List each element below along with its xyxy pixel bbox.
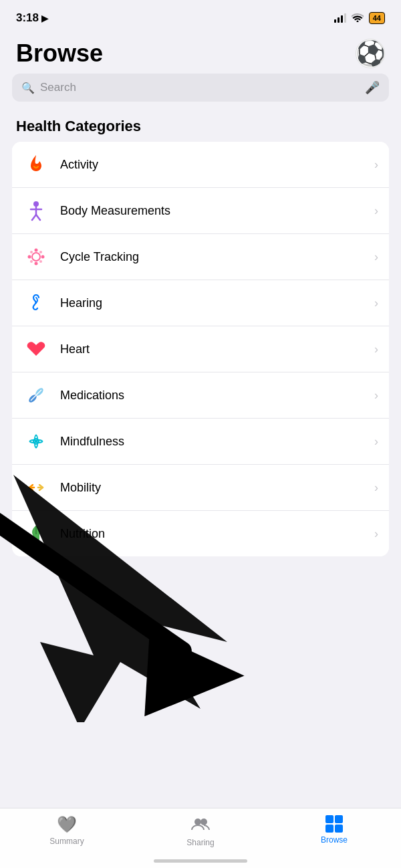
svg-marker-23 [124,611,248,716]
svg-point-13 [39,260,42,263]
svg-point-7 [35,262,38,265]
home-indicator [154,859,247,863]
tab-summary[interactable]: 🩶 Summary [40,815,94,846]
status-time: 3:18 ▶ [16,11,48,25]
chevron-icon: › [374,435,378,449]
svg-point-20 [38,540,39,541]
sharing-tab-icon [191,815,210,835]
chevron-icon: › [374,527,378,541]
nutrition-icon [23,520,49,547]
chevron-icon: › [374,389,378,403]
svg-point-19 [35,540,37,541]
svg-point-9 [41,255,45,259]
nutrition-label: Nutrition [60,527,374,541]
svg-point-25 [200,819,207,825]
location-icon: ▶ [41,13,48,23]
browse-tab-icon [325,815,343,833]
signal-icon [334,13,346,23]
summary-tab-label: Summary [49,837,84,846]
hearing-icon [23,290,49,316]
svg-line-3 [32,215,36,220]
activity-icon [23,151,49,178]
svg-line-16 [31,390,41,401]
svg-point-11 [39,251,42,253]
mobility-label: Mobility [60,481,374,495]
list-item[interactable]: Nutrition › [12,511,389,556]
mobility-icon [23,474,49,501]
chevron-icon: › [374,342,378,356]
search-container: 🔍 Search 🎤 [0,74,401,112]
medications-label: Medications [60,389,374,403]
tab-sharing[interactable]: Sharing [174,815,227,847]
svg-point-10 [30,251,33,253]
svg-point-18 [33,540,34,541]
wifi-icon [352,13,364,24]
tab-browse[interactable]: Browse [307,815,361,845]
cycle-tracking-label: Cycle Tracking [60,250,374,264]
list-item[interactable]: Mobility › [12,465,389,511]
mindfulness-label: Mindfulness [60,435,374,449]
status-bar: 3:18 ▶ 44 [0,0,401,32]
svg-line-4 [36,215,40,220]
search-placeholder: Search [40,81,360,94]
chevron-icon: › [374,481,378,495]
heart-label: Heart [60,342,374,356]
page-header: Browse ⚽ [0,32,401,74]
page-title: Browse [16,39,103,68]
chevron-icon: › [374,158,378,172]
chevron-icon: › [374,250,378,264]
list-item[interactable]: Cycle Tracking › [12,234,389,280]
search-bar[interactable]: 🔍 Search 🎤 [12,74,389,102]
health-categories-list: Activity › Body Measurements › [12,142,389,556]
microphone-icon[interactable]: 🎤 [365,80,380,95]
battery-indicator: 44 [369,12,385,24]
list-item[interactable]: Heart › [12,326,389,372]
sharing-tab-label: Sharing [186,838,214,847]
browse-tab-label: Browse [321,835,348,845]
search-icon: 🔍 [21,82,35,94]
hearing-label: Hearing [60,296,374,310]
activity-label: Activity [60,158,374,172]
svg-point-5 [32,253,40,261]
heart-icon [23,336,49,362]
section-header: Health Categories [0,112,401,142]
medications-icon [23,382,49,409]
mindfulness-icon [23,428,49,455]
time-display: 3:18 [16,11,39,25]
chevron-icon: › [374,296,378,310]
summary-tab-icon: 🩶 [57,815,77,834]
avatar[interactable]: ⚽ [356,39,385,68]
chevron-icon: › [374,204,378,218]
svg-point-8 [28,255,31,259]
list-item[interactable]: Medications › [12,372,389,419]
cycle-tracking-icon [23,243,49,270]
list-item[interactable]: Activity › [12,142,389,188]
svg-point-24 [194,819,201,825]
svg-point-6 [35,249,38,252]
body-measurements-icon [23,197,49,224]
list-item[interactable]: Body Measurements › [12,188,389,234]
status-right: 44 [334,12,385,24]
svg-point-12 [30,260,33,263]
body-measurements-label: Body Measurements [60,204,374,218]
list-item[interactable]: Hearing › [12,280,389,326]
list-item[interactable]: Mindfulness › [12,419,389,465]
